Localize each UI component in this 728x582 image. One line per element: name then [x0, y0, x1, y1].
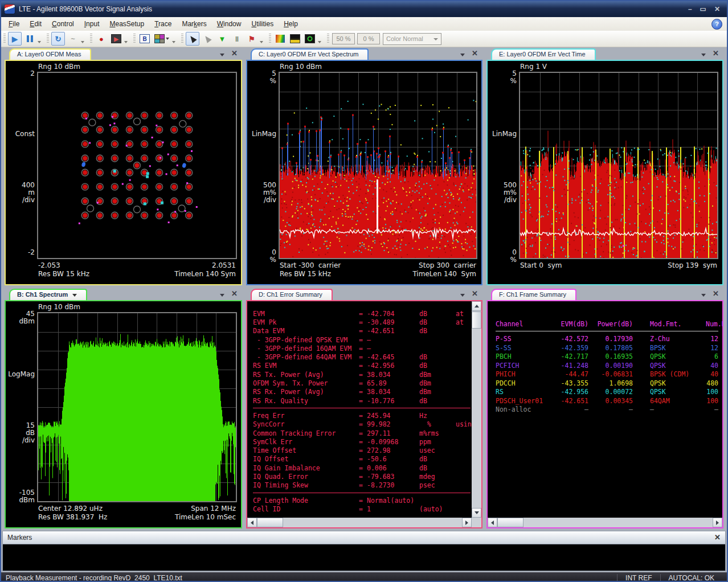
error-summary-row: RS Rx. Power (Avg)=38.034dBm [253, 388, 472, 396]
constellation-display-button[interactable] [303, 32, 317, 46]
panel-e-tabrow: E: Layer0 OFDM Err Vect Time ✕ [486, 48, 723, 60]
scrollbar-thumb[interactable] [497, 518, 523, 527]
panel-b-spectrum: B: Ch1 Spectrum ✕ Rng 10 dBm 45 dBm LogM… [5, 289, 242, 528]
evm-spectrum-plot[interactable] [279, 72, 477, 259]
markers-close-icon[interactable]: ✕ [714, 534, 721, 541]
range-readout: Rng 10 dBm [38, 303, 80, 311]
recording-player-button[interactable]: ▶ [109, 32, 123, 46]
window-title: LTE - Agilent 89600B Vector Signal Analy… [19, 5, 688, 13]
scroll-right-button[interactable] [713, 518, 722, 527]
frame-summary-row: P-SS-42.5720.17930Z-Chu12 [496, 335, 718, 344]
horizontal-scrollbar[interactable] [488, 518, 722, 527]
frame-summary-row: PHICH-44.47-0.06831BPSK (CDM)40 [496, 370, 718, 379]
menu-markers[interactable]: Markers [177, 18, 211, 30]
close-button[interactable]: ✕ [714, 5, 720, 13]
error-summary-row: EVM Pk=-30.489dBat sym 0, sub [253, 318, 472, 326]
constellation-plot[interactable] [37, 72, 237, 259]
zoom-select-tool-button[interactable] [201, 32, 214, 46]
scroll-up-button[interactable] [472, 301, 481, 311]
scroll-right-button[interactable] [462, 518, 472, 527]
rotation-input[interactable]: 0 % [357, 33, 380, 44]
toolbar: ▶↻~●▶B▼‖⚑50 %0 %Color Normal [1, 31, 727, 47]
spectrogram-button[interactable] [273, 32, 287, 46]
panel-a-tab[interactable]: A: Layer0 OFDM Meas [9, 48, 91, 60]
evm-time-plot[interactable] [519, 72, 718, 259]
error-summary-row: Common Tracking Error=297.11m%rms [253, 429, 472, 437]
record-button[interactable]: ● [95, 32, 108, 46]
panel-b-tab[interactable]: B: Ch1 Spectrum [9, 289, 87, 300]
menu-control[interactable]: Control [47, 18, 79, 30]
menu-trace[interactable]: Trace [149, 18, 177, 30]
maximize-button[interactable]: ▭ [700, 5, 706, 13]
panel-c-tabrow: C: Layer0 OFDM Err Vect Spectrum ✕ [246, 48, 482, 60]
bold-b-button[interactable]: B [138, 32, 152, 46]
vertical-scrollbar[interactable] [472, 301, 481, 518]
minimize-button[interactable]: – [688, 5, 692, 13]
marker-flag-button[interactable]: ⚑ [245, 32, 259, 46]
scroll-left-button[interactable] [247, 518, 257, 527]
panel-b-tab-dropdown-icon[interactable] [72, 294, 77, 297]
summary-separator [253, 408, 471, 408]
scrollbar-thumb[interactable] [257, 518, 283, 527]
header-underline [496, 331, 718, 331]
x-axis-start-label: Start 0 sym [520, 261, 562, 269]
panel-a-collapse-icon[interactable] [220, 54, 224, 56]
panel-d-tabrow: D: Ch1 Error Summary ✕ [246, 289, 482, 300]
panel-e-tab[interactable]: E: Layer0 OFDM Err Vect Time [491, 48, 596, 60]
pointer-tool-button[interactable] [186, 32, 199, 46]
summary-separator [253, 493, 471, 493]
pause-button[interactable] [23, 32, 36, 46]
menu-input[interactable]: Input [79, 18, 105, 30]
center-freq-readout: Center 12.892 uHz [38, 505, 103, 513]
transparency-input[interactable]: 50 % [332, 33, 355, 44]
play-button[interactable]: ▶ [8, 32, 22, 46]
range-readout: Rng 10 dBm [38, 63, 80, 71]
band-power-marker-button[interactable]: ‖ [230, 32, 244, 46]
panel-f-tab[interactable]: F: Ch1 Frame Summary [491, 289, 576, 300]
y-axis-scale-label: 400 m /div [6, 182, 35, 204]
panel-d-close-icon[interactable]: ✕ [472, 290, 478, 297]
menu-help[interactable]: Help [279, 18, 303, 30]
error-summary-row: RS EVM=-42.956dB [253, 362, 472, 370]
trace-layout-button[interactable] [153, 32, 171, 46]
panel-e-collapse-icon[interactable] [701, 54, 706, 56]
menu-window[interactable]: Window [212, 18, 247, 30]
frame-summary-row: RS-42.9560.00072QPSK100 [496, 388, 718, 397]
panel-b-close-icon[interactable]: ✕ [231, 290, 238, 297]
marker-to-peak-button[interactable]: ▼ [215, 32, 229, 46]
scroll-down-button[interactable] [472, 508, 481, 518]
frame-summary-row: PCFICH-41.2480.00190QPSK40 [496, 361, 718, 370]
app-logo-icon [5, 5, 15, 14]
panel-c-close-icon[interactable]: ✕ [472, 50, 478, 57]
spectrum-display-button[interactable] [288, 32, 302, 46]
sweep-button[interactable]: ~ [66, 32, 80, 46]
error-summary-row: - 3GPP-defined QPSK EVM=— [253, 335, 472, 344]
error-summary-row: Freq Err=245.94Hz [253, 411, 472, 420]
panel-f-close-icon[interactable]: ✕ [713, 290, 719, 297]
menu-utilities[interactable]: Utilities [246, 18, 279, 30]
spectrum-plot[interactable] [37, 312, 237, 502]
scrollbar-thumb[interactable] [472, 312, 481, 329]
menu-edit[interactable]: Edit [24, 18, 47, 30]
panel-d-tab[interactable]: D: Ch1 Error Summary [251, 289, 333, 300]
panel-c-tab[interactable]: C: Layer0 OFDM Err Vect Spectrum [251, 48, 369, 60]
panel-c-collapse-icon[interactable] [460, 54, 465, 56]
color-mode-select[interactable]: Color Normal [383, 33, 441, 45]
panel-b-collapse-icon[interactable] [220, 294, 224, 297]
x-axis-stop-label: Stop 139 sym [668, 261, 717, 269]
help-icon[interactable]: ? [711, 19, 722, 30]
panel-f-collapse-icon[interactable] [701, 294, 706, 297]
panel-e-close-icon[interactable]: ✕ [713, 50, 719, 57]
menu-meassetup[interactable]: MeasSetup [104, 18, 149, 30]
error-summary-row: IQ Offset=-50.6dB [253, 455, 472, 464]
x-axis-left-label: -2.053 [38, 261, 60, 269]
horizontal-scrollbar[interactable] [247, 518, 472, 527]
scroll-left-button[interactable] [488, 518, 497, 527]
panel-d-collapse-icon[interactable] [460, 294, 465, 297]
restart-button[interactable]: ↻ [51, 32, 65, 46]
menu-file[interactable]: File [3, 18, 24, 30]
panel-a-close-icon[interactable]: ✕ [231, 50, 238, 57]
frame-summary-row: S-SS-42.3590.17805BPSK12 [496, 343, 718, 353]
cursor-icon [188, 34, 197, 43]
toolbar-group-0: ▶ [2, 31, 43, 46]
